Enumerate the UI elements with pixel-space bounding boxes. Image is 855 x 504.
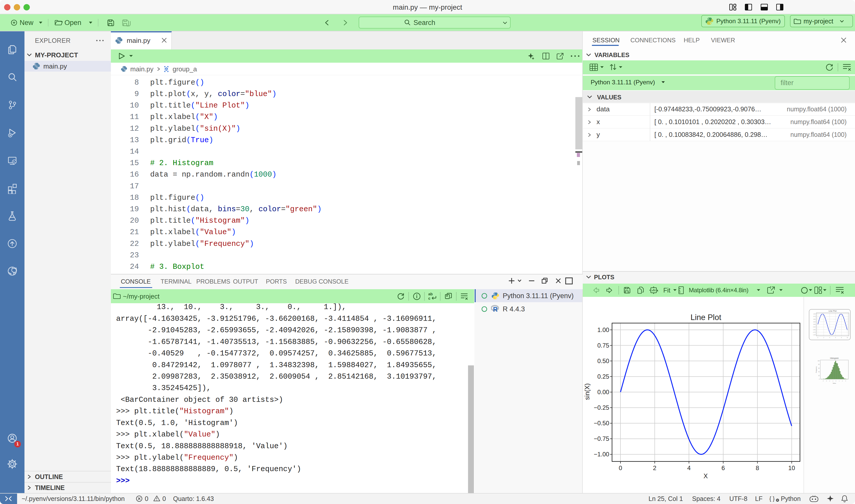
svg-text:{ }: { }	[769, 495, 775, 502]
svg-text:0: 0	[819, 379, 820, 380]
svg-text:80: 80	[818, 364, 820, 365]
svg-text:-2: -2	[829, 380, 830, 382]
svg-text:1: 1	[839, 380, 840, 382]
svg-text:60: 60	[818, 368, 820, 369]
svg-text:40: 40	[818, 371, 820, 373]
svg-text:2: 2	[842, 380, 843, 382]
svg-text:-4: -4	[823, 380, 824, 382]
svg-text:0: 0	[836, 380, 836, 382]
svg-text:20: 20	[818, 375, 820, 376]
svg-text:-1: -1	[832, 380, 833, 382]
svg-text:100: 100	[818, 360, 820, 362]
svg-text:Frequency: Frequency	[816, 366, 817, 373]
svg-text:3: 3	[845, 380, 846, 382]
svg-text:-3: -3	[826, 380, 827, 382]
svg-text:Value: Value	[833, 382, 836, 384]
svg-text:Histogram: Histogram	[830, 357, 839, 359]
